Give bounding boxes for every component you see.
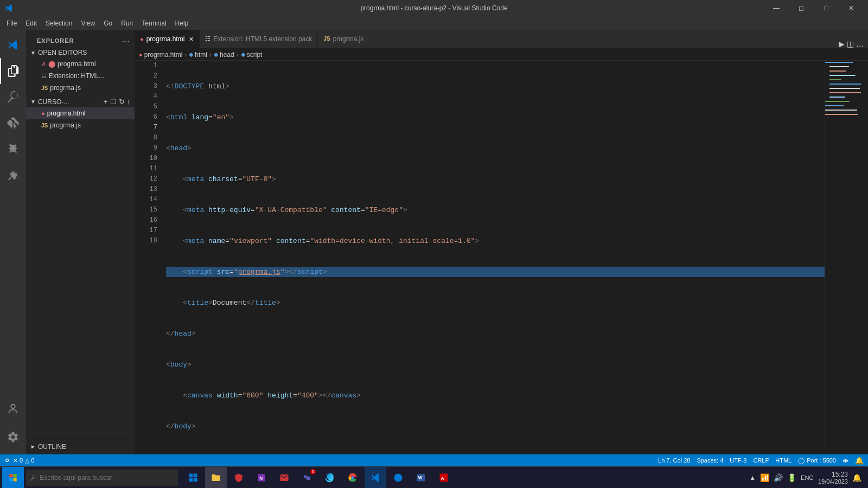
outline-label: OUTLINE — [38, 443, 66, 451]
status-git[interactable]: ⭘ ✕ 0 △ 0 — [4, 457, 34, 464]
taskbar-word[interactable]: W — [410, 467, 432, 489]
tab-progrma-html[interactable]: ● progrma.html ✕ — [135, 30, 200, 48]
bc-html-icon: ● — [139, 52, 143, 58]
start-button[interactable] — [2, 467, 24, 489]
line-num-14: 14 — [139, 195, 157, 205]
menu-file[interactable]: File — [2, 18, 21, 28]
taskbar-win-btn[interactable] — [182, 467, 204, 489]
editor-area: ● progrma.html ✕ ☷ Extension: HTML5 exte… — [135, 30, 868, 454]
new-folder-icon[interactable]: ☐ — [110, 98, 117, 106]
outline-panel[interactable]: ► OUTLINE — [26, 438, 135, 454]
menu-terminal[interactable]: Terminal — [137, 18, 170, 28]
activity-explorer-icon[interactable] — [0, 58, 26, 84]
activity-debug-icon[interactable] — [0, 136, 26, 162]
status-spaces[interactable]: Spaces: 4 — [697, 457, 723, 464]
tab-extension[interactable]: ☷ Extension: HTML5 extension pack — [200, 30, 318, 48]
status-eol[interactable]: CRLF — [753, 457, 769, 464]
taskbar-search-input[interactable] — [40, 474, 174, 481]
taskbar-edge2[interactable] — [387, 467, 409, 489]
menu-run[interactable]: Run — [117, 18, 137, 28]
open-editors-header[interactable]: ▼ OPEN EDITORS — [26, 47, 135, 58]
activity-vscode-icon — [0, 32, 26, 58]
more-actions-icon[interactable]: … — [856, 40, 864, 48]
activity-search-icon[interactable] — [0, 84, 26, 110]
status-language[interactable]: HTML — [775, 457, 792, 464]
activity-extensions-icon[interactable] — [0, 162, 26, 188]
taskbar-acrobat[interactable]: A — [433, 467, 455, 489]
bc-head[interactable]: ◆ head — [214, 51, 234, 59]
restore-button[interactable]: ◻ — [789, 0, 814, 16]
file-progrma-html[interactable]: ● progrma.html — [26, 107, 135, 119]
taskbar-search[interactable] — [26, 470, 178, 486]
open-editor-progrma-html[interactable]: ✗ ⬤ progrma.html — [26, 58, 135, 70]
menu-go[interactable]: Go — [99, 18, 117, 28]
bc-file[interactable]: ● progrma.html — [139, 51, 182, 59]
tray-up-arrow[interactable]: ▲ — [749, 474, 756, 481]
window-controls[interactable]: — ◻ □ ✕ — [764, 0, 864, 16]
svg-rect-2 — [9, 478, 12, 481]
status-port[interactable]: ◯ Port : 5500 — [798, 457, 836, 464]
status-bell[interactable]: 🔔 — [855, 457, 864, 465]
code-line-4: <meta charset="UTF-8"> — [166, 174, 825, 184]
menu-help[interactable]: Help — [171, 18, 193, 28]
collapse-icon[interactable]: ↑ — [127, 98, 131, 106]
svg-rect-5 — [194, 473, 197, 477]
split-editor-icon[interactable]: ◫ — [847, 40, 854, 48]
file-progrma-html-label: progrma.html — [47, 110, 86, 117]
sidebar-more-icon[interactable]: … — [122, 35, 130, 44]
code-editor[interactable]: 1 2 3 4 5 6 7 8 9 10 11 12 13 14 15 16 1… — [135, 61, 868, 454]
taskbar-chrome[interactable] — [342, 467, 363, 489]
line-numbers: 1 2 3 4 5 6 7 8 9 10 11 12 13 14 15 16 1… — [135, 61, 162, 454]
tab-close-html[interactable]: ✕ — [189, 36, 194, 43]
tray-volume[interactable]: 🔊 — [774, 473, 783, 482]
activity-settings-icon[interactable] — [0, 424, 26, 450]
doctype-tag: DOCTYPE — [175, 81, 205, 92]
bc-script[interactable]: ◆ script — [241, 51, 263, 59]
bc-html[interactable]: ◆ html — [189, 51, 207, 59]
status-remote[interactable]: ⇹ — [843, 457, 848, 465]
status-position[interactable]: Ln 7, Col 28 — [658, 457, 690, 464]
refresh-icon[interactable]: ↻ — [119, 98, 125, 106]
clock[interactable]: 15:23 19/04/2023 — [818, 471, 848, 485]
code-line-11: <canvas width="600" height="400"></canva… — [166, 390, 825, 401]
activity-bottom — [0, 396, 26, 450]
maximize-button[interactable]: □ — [814, 0, 839, 16]
bc-sep-1: › — [184, 51, 187, 59]
line-num-10: 10 — [139, 153, 157, 164]
taskbar-onenote[interactable]: N — [251, 467, 272, 489]
taskbar-vscode[interactable] — [365, 467, 386, 489]
taskbar-defender[interactable] — [228, 467, 250, 489]
status-encoding[interactable]: UTF-8 — [730, 457, 746, 464]
minimize-button[interactable]: — — [764, 0, 789, 16]
activity-git-icon[interactable] — [0, 110, 26, 136]
tray-network[interactable]: 📶 — [760, 473, 769, 482]
clock-time: 15:23 — [818, 471, 848, 478]
tab-ext-icon: ☷ — [205, 35, 210, 42]
taskbar-teams[interactable]: 6 — [296, 467, 318, 489]
tray-battery[interactable]: 🔋 — [787, 473, 796, 482]
tray-lang[interactable]: ENG — [801, 474, 814, 481]
menu-edit[interactable]: Edit — [21, 18, 41, 28]
file-progrma-js[interactable]: JS progrma.js — [26, 119, 135, 131]
taskbar-mail[interactable] — [273, 467, 295, 489]
svg-rect-7 — [194, 478, 197, 481]
close-button[interactable]: ✕ — [839, 0, 864, 16]
menu-view[interactable]: View — [76, 18, 99, 28]
minimap — [825, 61, 868, 454]
code-content[interactable]: <!DOCTYPE html> <html lang="en"> <head> … — [162, 61, 825, 454]
code-line-12: </body> — [166, 421, 825, 432]
tray-notification[interactable]: 🔔 — [852, 473, 861, 482]
activity-account-icon[interactable] — [0, 396, 26, 422]
clock-date: 19/04/2023 — [818, 478, 848, 485]
line-num-5: 5 — [139, 102, 157, 112]
folder-header[interactable]: ▼ CURSO-... + ☐ ↻ ↑ — [26, 96, 135, 107]
open-editor-extension[interactable]: ☷ Extension: HTML... — [26, 70, 135, 82]
new-file-icon[interactable]: + — [104, 98, 108, 106]
taskbar-edge[interactable] — [319, 467, 341, 489]
taskbar-explorer-btn[interactable] — [205, 467, 227, 489]
run-icon[interactable]: ▶ — [839, 40, 845, 48]
menu-selection[interactable]: Selection — [41, 18, 76, 28]
tab-progrma-js[interactable]: JS progrma.js — [318, 30, 372, 48]
open-editor-progrma-js[interactable]: JS progrma.js — [26, 82, 135, 94]
line-num-17: 17 — [139, 226, 157, 236]
